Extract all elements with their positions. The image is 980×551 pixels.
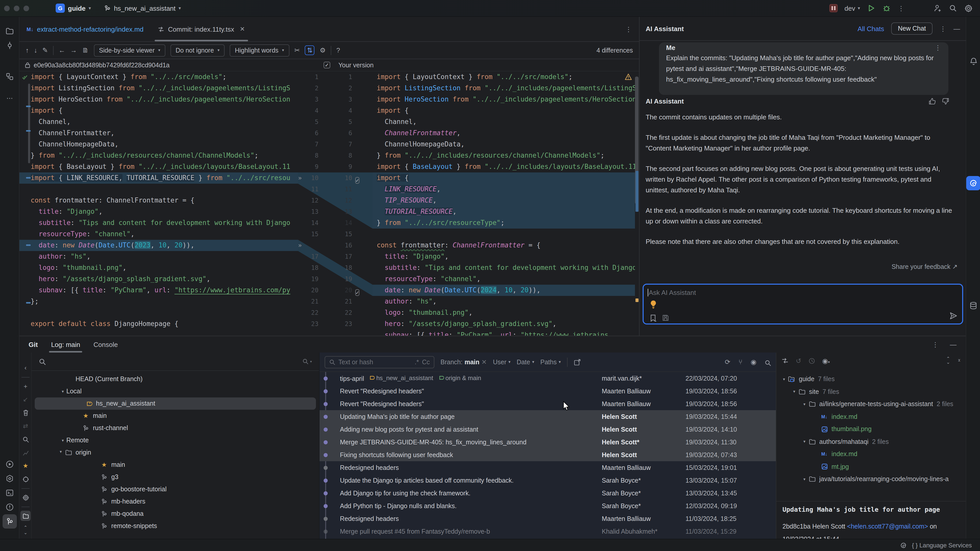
code-line[interactable]: hero: "/assets/django_splash_gradient.sv… — [372, 318, 635, 330]
chevron-down-icon[interactable]: ▾ — [801, 402, 808, 407]
share-feedback-link[interactable]: Share your feedback ↗ — [891, 263, 958, 270]
collapse-unchanged-icon[interactable]: ✂ — [294, 46, 300, 54]
changed-file-row[interactable]: M↓index.md — [776, 448, 966, 460]
code-line[interactable]: date: new Date(Date.UTC(2024, 10, 20)), — [372, 285, 635, 296]
code-line[interactable] — [19, 307, 298, 318]
tab-commit-diff[interactable]: Commit: index.11ty.tsx ✕ — [151, 17, 252, 41]
code-line[interactable]: } from "../../_includes/resources/channe… — [19, 150, 298, 161]
sync-scroll-icon[interactable]: ⇅ — [305, 45, 315, 55]
run-button[interactable] — [867, 4, 875, 12]
rollback-icon[interactable]: ↺ — [796, 357, 801, 365]
search-branches-icon[interactable] — [21, 434, 30, 445]
commit-row[interactable]: Redesigned headers Maarten Balliauw 15/0… — [320, 461, 776, 474]
close-icon[interactable]: ✕ — [240, 25, 245, 33]
commit-row[interactable]: Merge pull request #45 from FantasyTeddy… — [320, 525, 776, 538]
ai-prompt-input[interactable]: Ask AI Assistant — [643, 284, 963, 324]
history-clock-icon[interactable] — [808, 357, 815, 364]
code-line[interactable]: } from "../../src/resourceType"; — [372, 218, 635, 229]
changed-file-row[interactable]: M↓index.md — [776, 410, 966, 423]
new-branch-icon[interactable]: ＋ — [21, 381, 30, 391]
settings-gear-icon[interactable] — [964, 4, 973, 13]
code-line[interactable]: import { LayoutContext } from "../../src… — [19, 71, 298, 83]
viewer-mode-dropdown[interactable]: Side-by-side viewer▾ — [94, 44, 165, 56]
your-version-checkbox[interactable]: ✓ — [324, 62, 330, 68]
more-actions-button[interactable]: ⋮ — [898, 4, 904, 12]
help-icon[interactable]: ? — [336, 46, 340, 54]
database-tool-button[interactable] — [966, 299, 980, 313]
code-line[interactable]: import { LINK_RESOURCE, TUTORIAL_RESOURC… — [19, 172, 298, 184]
branch-item-mb-qodana[interactable]: mb-qodana — [32, 508, 319, 520]
code-line[interactable] — [372, 229, 635, 240]
ai-status-icon[interactable] — [900, 541, 907, 549]
panel-kebab-icon[interactable]: ⋮ — [932, 341, 939, 348]
include-change-checkbox[interactable]: ✓ — [355, 177, 360, 184]
commit-row[interactable]: Redesigned headers Maarten Balliauw 11/0… — [320, 512, 776, 525]
code-line[interactable]: import { BaseLayout } from "../../_inclu… — [372, 161, 635, 172]
regex-toggle[interactable]: .* — [415, 359, 419, 365]
code-line[interactable]: logo: "thumbnail.png", — [372, 307, 635, 318]
changed-file-row[interactable]: ▾java/tutorials/rearranging-code/moving-… — [776, 473, 966, 486]
project-selector[interactable]: G guide ▾ — [56, 3, 91, 13]
code-line[interactable]: import { — [372, 172, 635, 184]
code-line[interactable]: date: new Date(Date.UTC(2023, 10, 20)), — [19, 240, 298, 251]
code-line[interactable]: title: "Django", — [372, 251, 635, 262]
tab-console[interactable]: Console — [94, 341, 118, 348]
chevron-down-icon[interactable]: ▾ — [780, 377, 788, 382]
send-icon[interactable] — [949, 311, 958, 321]
forward-button[interactable]: → — [70, 46, 77, 54]
panel-minimize-icon[interactable]: — — [950, 341, 956, 348]
open-in-new-tab-icon[interactable] — [573, 359, 581, 365]
branch-item-main[interactable]: ★main — [32, 459, 319, 471]
debug-button[interactable] — [883, 4, 891, 12]
run-config-selector[interactable]: dev ▾ — [845, 4, 860, 12]
notifications-bell-icon[interactable] — [966, 54, 980, 68]
code-line[interactable]: ChannelHomepageData, — [19, 139, 298, 150]
changed-file-row[interactable]: thumbnail.png — [776, 423, 966, 435]
code-with-me-button[interactable] — [933, 4, 942, 13]
branch-item-g3[interactable]: g3 — [32, 471, 319, 483]
chevron-down-icon[interactable]: ▾ — [57, 449, 64, 456]
code-line[interactable]: subtitle: "Tips and content for developm… — [19, 218, 298, 229]
edit-icon[interactable]: ✎ — [42, 46, 48, 54]
branch-item-origin[interactable]: ▾origin — [32, 446, 319, 459]
window-minimize-button[interactable] — [14, 5, 19, 11]
compare-icon[interactable] — [781, 357, 789, 364]
window-zoom-button[interactable] — [24, 5, 29, 11]
window-close-button[interactable] — [4, 5, 10, 11]
branch-filter[interactable]: Branch:main✕ — [441, 358, 487, 366]
message-kebab-icon[interactable]: ⋮ — [935, 44, 941, 52]
code-line[interactable]: LINK_RESOURCE, — [372, 184, 635, 195]
tab-log-main[interactable]: Log: main — [51, 341, 80, 348]
previous-difference-button[interactable]: ↑ — [25, 46, 29, 54]
prompt-library-bookmark-icon[interactable] — [650, 314, 656, 322]
code-line[interactable]: export default class DjangoHomepage { — [19, 318, 298, 330]
include-change-checkbox[interactable]: ✓ — [355, 289, 360, 296]
hide-panel-icon[interactable]: — — [953, 25, 960, 32]
commit-row[interactable]: Add Python tip - Django nulls and blanks… — [320, 499, 776, 512]
author-email-link[interactable]: <helen.scott77@gmail.com> — [847, 523, 928, 530]
commit-row[interactable]: tips-april hs_new_ai_assistant origin & … — [320, 372, 776, 385]
code-line[interactable]: import ListingSection from "../../_inclu… — [372, 83, 635, 94]
code-line[interactable]: author: "hs", — [372, 296, 635, 307]
deep-fetch-icon[interactable]: ⑂ — [738, 358, 743, 366]
commit-row[interactable]: Merge JETBRAINS-GUIDE-MR-405: hs_fix_mov… — [320, 436, 776, 448]
code-line[interactable]: ChannelFrontmatter, — [19, 127, 298, 139]
commit-row[interactable]: Revert "Redesigned headers" Maarten Ball… — [320, 385, 776, 397]
expand-collapse-icon[interactable]: ⌃⌄ — [21, 525, 30, 535]
code-line[interactable]: resourceType: "channel", — [19, 229, 298, 240]
date-filter[interactable]: Date▾ — [517, 359, 534, 365]
code-line[interactable]: import { — [372, 105, 635, 116]
commit-row[interactable]: Fixing shortcuts following user feedback… — [320, 448, 776, 461]
project-tool-button[interactable] — [3, 24, 17, 38]
code-line[interactable]: subnav: [{ title: "PyCharm", url: "https… — [19, 285, 298, 296]
language-services-status[interactable]: { } Language Services — [912, 541, 972, 549]
code-line[interactable]: subnav: [{ title: "PyCharm", url: "https… — [372, 330, 635, 336]
branch-item-hs-new-ai-assistant[interactable]: hs_new_ai_assistant — [35, 397, 316, 410]
branch-item-local[interactable]: ▾Local — [32, 385, 319, 397]
code-line[interactable]: author: "hs", — [19, 251, 298, 262]
collapse-all-icon[interactable]: ⌄⌃ — [957, 357, 961, 364]
branch-item-remote-snippets[interactable]: remote-snippets — [32, 520, 319, 532]
code-line[interactable]: } from "../../_includes/resources/channe… — [372, 150, 635, 161]
all-chats-link[interactable]: All Chats — [858, 25, 884, 32]
code-line[interactable] — [19, 184, 298, 195]
